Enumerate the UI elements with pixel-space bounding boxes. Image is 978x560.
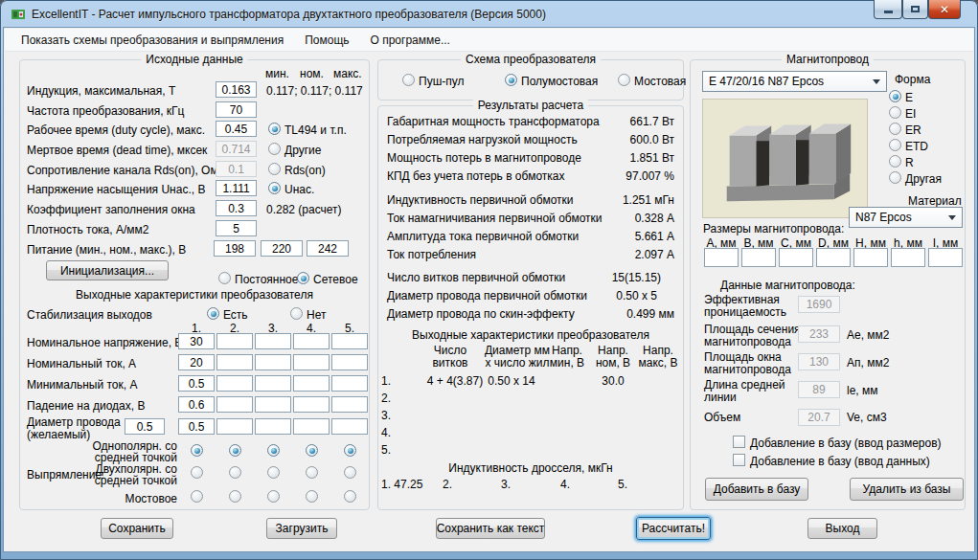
radio-rdson[interactable] <box>268 163 281 175</box>
radio-rect-bridge-5[interactable] <box>344 490 356 503</box>
radio-rect-bridge-2[interactable] <box>229 490 241 503</box>
exit-button[interactable]: Выход <box>807 518 877 539</box>
supply-nom-input[interactable]: 220 <box>261 240 303 257</box>
size-input-h2[interactable] <box>891 248 925 267</box>
radio-rect-bipolar-1[interactable] <box>191 466 203 479</box>
grid-cell[interactable] <box>255 396 291 413</box>
size-input-h[interactable] <box>853 248 888 267</box>
grid-cell[interactable] <box>216 418 253 435</box>
results-title: Результаты расчета <box>473 99 588 112</box>
stabilization-label: Стабилизация выходов <box>27 308 152 322</box>
checkbox-add-data[interactable] <box>733 454 745 466</box>
radio-rect-bridge-1[interactable] <box>191 490 203 503</box>
radio-rect-unipolar-5[interactable] <box>344 444 356 457</box>
radio-rect-bipolar-5[interactable] <box>344 466 356 479</box>
radio-rect-unipolar-3[interactable] <box>267 444 280 457</box>
init-button[interactable]: Инициализация... <box>46 260 169 280</box>
grid-cell[interactable] <box>331 354 368 370</box>
grid-cell[interactable] <box>293 396 330 413</box>
radio-shape-er[interactable] <box>889 123 901 135</box>
rds-label: Сопротивление канала Rds(on), Ом <box>27 164 218 177</box>
induction-input[interactable]: 0.163 <box>216 81 257 98</box>
checkbox-add-sizes[interactable] <box>733 436 745 448</box>
maximize-button[interactable] <box>902 0 928 19</box>
choke-item-1: 1. 47.25 <box>381 478 422 491</box>
radio-other-driver[interactable] <box>268 143 281 155</box>
grid-cell[interactable] <box>216 354 253 370</box>
size-input-c[interactable] <box>779 248 813 267</box>
radio-stab-no[interactable] <box>290 307 303 320</box>
radio-rect-bipolar-4[interactable] <box>306 466 318 479</box>
radio-dc-supply[interactable] <box>218 272 231 284</box>
current-density-input[interactable]: 5 <box>216 220 257 236</box>
grid-cell[interactable] <box>216 375 253 392</box>
menu-show-schemes[interactable]: Показать схемы преобразования и выпрямле… <box>11 30 294 51</box>
radio-pushpull[interactable] <box>402 74 415 86</box>
grid-cell[interactable] <box>331 375 368 392</box>
supply-max-input[interactable]: 242 <box>307 240 349 257</box>
core-select-combo[interactable]: E 47/20/16 N87 Epcos <box>702 71 887 92</box>
add-to-db-button[interactable]: Добавить в базу <box>705 478 808 501</box>
grid-cell[interactable] <box>331 418 368 435</box>
grid-cell[interactable]: 0.5 <box>178 418 215 435</box>
core-data-title: Данные магнитопровода: <box>720 279 855 292</box>
grid-cell[interactable] <box>293 418 330 435</box>
radio-shape-e[interactable] <box>889 90 901 102</box>
size-input-a[interactable] <box>704 248 739 267</box>
duty-input[interactable]: 0.45 <box>216 121 257 137</box>
radio-stab-yes[interactable] <box>207 307 219 320</box>
grid-cell[interactable] <box>331 396 368 413</box>
radio-rect-bipolar-3[interactable] <box>267 466 280 479</box>
save-button[interactable]: Сохранить <box>101 518 173 539</box>
size-input-i[interactable] <box>928 248 963 267</box>
wire-diameter-input[interactable]: 0.5 <box>125 418 165 435</box>
radio-tl494[interactable] <box>268 123 281 135</box>
remove-from-db-button[interactable]: Удалить из базы <box>850 478 964 501</box>
supply-min-input[interactable]: 198 <box>214 240 256 257</box>
grid-cell[interactable] <box>293 333 330 349</box>
grid-cell[interactable]: 30 <box>178 333 215 349</box>
radio-halfbridge[interactable] <box>505 74 517 86</box>
grid-cell[interactable] <box>331 333 368 349</box>
radio-rect-bridge-4[interactable] <box>306 490 318 503</box>
radio-ac-supply[interactable] <box>297 272 309 284</box>
grid-cell[interactable]: 0.5 <box>178 375 215 392</box>
grid-cell[interactable] <box>216 396 253 413</box>
grid-cell[interactable] <box>216 333 253 349</box>
size-input-b[interactable] <box>741 248 776 267</box>
close-button[interactable]: ✕ <box>928 0 961 19</box>
menu-help[interactable]: Помощь <box>294 30 359 51</box>
radio-rect-unipolar-1[interactable] <box>191 444 203 457</box>
induction-label: Индукция, максимальная, Т <box>27 84 175 98</box>
save-as-text-button[interactable]: Сохранить как текст <box>436 518 545 539</box>
radio-rect-unipolar-2[interactable] <box>229 444 241 457</box>
radio-usat[interactable] <box>268 182 281 194</box>
frequency-input[interactable]: 70 <box>216 101 257 118</box>
radio-rect-bridge-3[interactable] <box>267 490 280 503</box>
grid-cell[interactable]: 20 <box>178 354 215 370</box>
fill-factor-input[interactable]: 0.3 <box>216 200 257 216</box>
grid-cell[interactable] <box>255 333 291 349</box>
size-input-d[interactable] <box>816 248 851 267</box>
menu-about[interactable]: О программе... <box>360 30 461 51</box>
grid-cell[interactable] <box>255 375 291 392</box>
deadtime-label: Мертвое время (dead time), мксек <box>27 144 207 157</box>
radio-bridge[interactable] <box>618 74 630 86</box>
th-umax-2: макс, В <box>629 356 687 370</box>
material-combo[interactable]: N87 Epcos <box>849 207 963 228</box>
radio-rect-unipolar-4[interactable] <box>306 444 318 457</box>
radio-rect-bipolar-2[interactable] <box>229 466 241 479</box>
radio-shape-other[interactable] <box>889 171 901 184</box>
grid-cell[interactable]: 0.6 <box>178 396 215 413</box>
radio-shape-r[interactable] <box>889 155 901 168</box>
grid-cell[interactable] <box>293 375 330 392</box>
usat-input[interactable]: 1.111 <box>216 180 257 196</box>
grid-cell[interactable] <box>255 354 291 370</box>
minimize-button[interactable] <box>874 0 902 19</box>
grid-cell[interactable] <box>255 418 291 435</box>
grid-cell[interactable] <box>293 354 330 370</box>
load-button[interactable]: Загрузить <box>266 518 337 539</box>
radio-shape-ei[interactable] <box>889 106 901 119</box>
calculate-button[interactable]: Рассчитать! <box>636 517 711 540</box>
radio-shape-etd[interactable] <box>889 139 901 151</box>
